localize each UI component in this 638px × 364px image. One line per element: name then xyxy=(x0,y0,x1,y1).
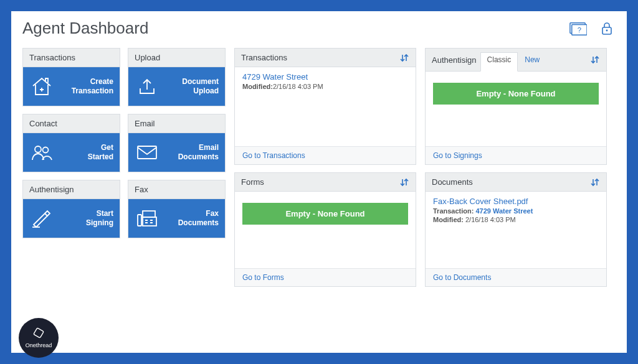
panel-head: Authentisign Classic New xyxy=(426,49,606,72)
tile-head: Email xyxy=(128,114,225,133)
go-to-transactions-link[interactable]: Go to Transactions xyxy=(242,151,305,160)
panel-title: Authentisign xyxy=(432,55,477,65)
svg-rect-9 xyxy=(143,211,155,217)
dashboard-grid: Transactions Create Transaction xyxy=(11,42,627,293)
header: Agent Dashboard ? xyxy=(11,11,627,42)
panel-title: Documents xyxy=(432,177,473,187)
document-item-modified: Modified: 2/16/18 4:03 PM xyxy=(433,216,599,223)
house-plus-icon xyxy=(29,74,54,99)
app-window: Agent Dashboard ? xyxy=(11,11,627,353)
panel-footer: Go to Forms xyxy=(235,268,416,286)
svg-rect-11 xyxy=(34,328,44,338)
panel-body: Fax-Back Cover Sheet.pdf Transaction: 47… xyxy=(426,192,606,268)
tile-label: Create Transaction xyxy=(54,77,113,96)
people-icon xyxy=(29,140,54,165)
transaction-item-meta: Modified:2/16/18 4:03 PM xyxy=(242,83,408,90)
help-icon[interactable]: ? xyxy=(569,21,587,36)
panel-footer: Go to Documents xyxy=(426,268,606,286)
panel-body: Empty - None Found xyxy=(426,72,606,146)
sort-icon[interactable] xyxy=(399,177,409,187)
tile-email: Email Email Documents xyxy=(128,114,226,172)
transaction-item-link[interactable]: 4729 Water Street xyxy=(242,72,408,82)
fax-documents-button[interactable]: Fax Documents xyxy=(128,199,225,238)
empty-state: Empty - None Found xyxy=(242,203,408,225)
panel-title: Transactions xyxy=(241,53,287,62)
fax-icon xyxy=(135,206,160,231)
panel-head: Documents xyxy=(426,173,606,192)
svg-text:?: ? xyxy=(578,26,581,33)
tile-label: Fax Documents xyxy=(160,209,219,228)
svg-rect-8 xyxy=(138,215,141,226)
tab-classic[interactable]: Classic xyxy=(480,52,518,72)
sort-icon[interactable] xyxy=(590,55,600,65)
start-signing-button[interactable]: Start Signing xyxy=(23,199,120,238)
svg-point-4 xyxy=(606,29,608,31)
panel-documents: Documents Fax-Back Cover Sheet.pdf Trans… xyxy=(425,172,607,287)
document-upload-button[interactable]: Document Upload xyxy=(128,67,225,106)
brand-logo-icon xyxy=(32,327,45,341)
authentisign-tabs: Classic New xyxy=(480,52,547,67)
middle-column: Transactions 4729 Water Street Modified:… xyxy=(234,48,416,287)
go-to-signings-link[interactable]: Go to Signings xyxy=(433,151,482,160)
document-item-transaction: Transaction: 4729 Water Street xyxy=(433,207,599,215)
tile-head: Upload xyxy=(128,49,225,67)
tile-upload: Upload Document Upload xyxy=(128,48,226,106)
go-to-documents-link[interactable]: Go to Documents xyxy=(433,273,491,282)
panel-footer: Go to Transactions xyxy=(235,146,416,164)
contact-get-started-button[interactable]: Get Started xyxy=(23,133,120,172)
panel-footer: Go to Signings xyxy=(426,146,606,164)
panel-authentisign: Authentisign Classic New Empty - None Fo… xyxy=(425,48,607,165)
action-tiles-column: Transactions Create Transaction xyxy=(22,48,226,287)
tile-head: Transactions xyxy=(23,49,120,67)
tile-fax: Fax Fax Documents xyxy=(128,180,226,238)
brand-name: Onethread xyxy=(26,342,52,348)
tile-label: Email Documents xyxy=(160,143,219,162)
tab-new[interactable]: New xyxy=(518,52,546,67)
sort-icon[interactable] xyxy=(399,53,409,63)
header-actions: ? xyxy=(569,21,616,36)
brand-badge: Onethread xyxy=(19,318,59,358)
panel-forms: Forms Empty - None Found Go to Forms xyxy=(234,172,416,287)
tile-authentisign: Authentisign Start Signing xyxy=(22,180,120,238)
page-title: Agent Dashboard xyxy=(22,19,148,38)
tile-label: Start Signing xyxy=(54,209,113,228)
tile-contact: Contact Get Started xyxy=(22,114,120,172)
pen-sign-icon xyxy=(29,206,54,231)
envelope-icon xyxy=(135,140,160,165)
panel-transactions: Transactions 4729 Water Street Modified:… xyxy=(234,48,416,165)
tile-head: Authentisign xyxy=(23,180,120,199)
tile-head: Contact xyxy=(23,114,120,133)
lock-icon[interactable] xyxy=(598,21,616,36)
sort-icon[interactable] xyxy=(590,177,600,187)
tile-head: Fax xyxy=(128,180,225,199)
panel-title: Forms xyxy=(241,177,264,187)
svg-rect-10 xyxy=(143,217,156,226)
email-documents-button[interactable]: Email Documents xyxy=(128,133,225,172)
tile-transactions: Transactions Create Transaction xyxy=(22,48,120,106)
panel-body: Empty - None Found xyxy=(235,192,416,268)
tile-label: Get Started xyxy=(54,143,113,162)
panel-body: 4729 Water Street Modified:2/16/18 4:03 … xyxy=(235,67,416,146)
upload-icon xyxy=(135,74,160,99)
empty-state: Empty - None Found xyxy=(433,83,599,105)
svg-point-5 xyxy=(35,146,41,152)
go-to-forms-link[interactable]: Go to Forms xyxy=(242,273,284,282)
create-transaction-button[interactable]: Create Transaction xyxy=(23,67,120,106)
tile-label: Document Upload xyxy=(160,77,219,96)
svg-point-6 xyxy=(43,147,49,153)
document-transaction-link[interactable]: 4729 Water Street xyxy=(475,207,533,215)
document-item-link[interactable]: Fax-Back Cover Sheet.pdf xyxy=(433,197,599,206)
svg-rect-7 xyxy=(138,146,156,159)
right-column: Authentisign Classic New Empty - None Fo… xyxy=(425,48,607,287)
panel-head: Forms xyxy=(235,173,416,192)
panel-head: Transactions xyxy=(235,49,416,67)
